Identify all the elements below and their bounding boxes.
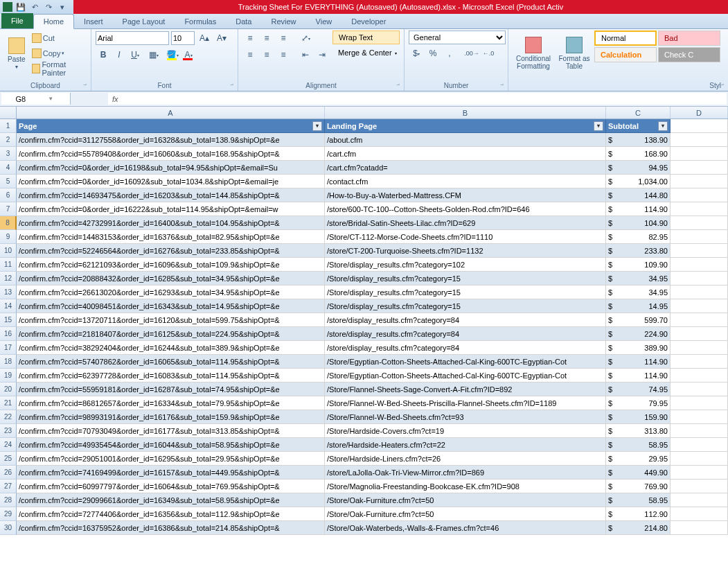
wrap-text-button[interactable]: Wrap Text	[332, 30, 400, 44]
row-header[interactable]: 13	[0, 286, 17, 299]
row-header[interactable]: 7	[0, 202, 17, 216]
cell[interactable]	[671, 202, 728, 216]
cell-landing[interactable]: /Store/Oak-Furniture.cfm?ct=50	[325, 493, 606, 507]
cell-page[interactable]: /confirm.cfm?ccid=20888432&order_id=1628…	[17, 272, 325, 286]
undo-icon[interactable]: ↶	[29, 1, 40, 12]
cell-subtotal[interactable]: $449.90	[606, 466, 671, 480]
spreadsheet-grid[interactable]: 1 Page▾ Landing Page▾ Subtotal▾ 2 /confi…	[0, 119, 728, 535]
cell-landing[interactable]: /contact.cfm	[325, 175, 606, 188]
cell[interactable]	[671, 119, 728, 133]
cell-page[interactable]: /confirm.cfm?ccid=72774406&order_id=1635…	[17, 507, 325, 521]
border-button[interactable]: ▦▾	[146, 48, 161, 62]
cell[interactable]	[671, 258, 728, 272]
cell-landing[interactable]: /Store/display_results.cfm?category=15	[325, 272, 606, 286]
cell-page[interactable]: /confirm.cfm?ccid=0&order_id=16092&sub_t…	[17, 175, 325, 188]
row-header[interactable]: 26	[0, 466, 17, 480]
cell[interactable]	[671, 327, 728, 341]
cell-landing[interactable]: /store/CT-200-Turquoise-Sheets.cfm?ID=11…	[325, 244, 606, 258]
cell-landing[interactable]: /Store/Oak-Waterbeds,-Walls-&-Frames.cfm…	[325, 521, 606, 535]
format-as-table-button[interactable]: Format as Table	[557, 30, 592, 76]
row-header[interactable]: 8	[0, 216, 17, 230]
cell-landing[interactable]: /store/display_results.cfm?category=84	[325, 341, 606, 355]
tab-formulas[interactable]: Formulas	[175, 15, 226, 28]
cell[interactable]	[671, 424, 728, 438]
cell-landing[interactable]: /Store/display_results.cfm?category=15	[325, 299, 606, 313]
accounting-format-button[interactable]: $▾	[409, 46, 424, 60]
cell-page[interactable]: /confirm.cfm?ccid=40098451&order_id=1634…	[17, 299, 325, 313]
tab-insert[interactable]: Insert	[74, 15, 113, 28]
cell-page[interactable]: /confirm.cfm?ccid=86812657&order_id=1633…	[17, 396, 325, 410]
style-check-cell[interactable]: Check C	[658, 47, 720, 62]
cell-subtotal[interactable]: $214.80	[606, 521, 671, 535]
cell-page[interactable]: /confirm.cfm?ccid=55959181&order_id=1628…	[17, 383, 325, 396]
filter-icon[interactable]: ▾	[594, 121, 603, 131]
cell-page[interactable]: /confirm.cfm?ccid=42732991&order_id=1640…	[17, 216, 325, 230]
cell-subtotal[interactable]: $138.90	[606, 133, 671, 147]
cell-page[interactable]: /confirm.cfm?ccid=52246564&order_id=1627…	[17, 244, 325, 258]
increase-font-button[interactable]: A▴	[197, 31, 212, 45]
row-header[interactable]: 19	[0, 369, 17, 383]
bold-button[interactable]: B	[96, 48, 111, 62]
cell-subtotal[interactable]: $233.80	[606, 244, 671, 258]
row-header[interactable]: 22	[0, 410, 17, 424]
cell[interactable]	[671, 410, 728, 424]
italic-button[interactable]: I	[112, 48, 127, 62]
col-header-a[interactable]: A	[17, 107, 325, 118]
cell[interactable]	[671, 452, 728, 466]
row-header[interactable]: 18	[0, 355, 17, 369]
conditional-formatting-button[interactable]: Conditional Formatting	[513, 30, 554, 76]
row-header[interactable]: 25	[0, 452, 17, 466]
font-color-button[interactable]: A▾	[181, 48, 196, 62]
row-header[interactable]: 30	[0, 521, 17, 535]
cell[interactable]	[671, 396, 728, 410]
save-icon[interactable]: 💾	[15, 1, 26, 12]
cell-page[interactable]: /confirm.cfm?ccid=21818407&order_id=1612…	[17, 327, 325, 341]
cell-page[interactable]: /confirm.cfm?ccid=29099661&order_id=1634…	[17, 493, 325, 507]
cell-page[interactable]: /confirm.cfm?ccid=16375952&order_id=1638…	[17, 521, 325, 535]
cell-landing[interactable]: /How-to-Buy-a-Waterbed-Mattress.CFM	[325, 188, 606, 202]
cell-page[interactable]: /confirm.cfm?ccid=70793049&order_id=1617…	[17, 424, 325, 438]
cell[interactable]	[671, 521, 728, 535]
cell-landing[interactable]: /store/LaJolla-Oak-Tri-View-Mirror.cfm?I…	[325, 466, 606, 480]
cell[interactable]	[671, 507, 728, 521]
cell-landing[interactable]: /Store/Hardside-Liners.cfm?ct=26	[325, 452, 606, 466]
increase-decimal-button[interactable]: .00→	[464, 46, 479, 60]
file-tab[interactable]: File	[1, 13, 33, 28]
formula-input[interactable]: fx	[108, 93, 727, 105]
cell[interactable]	[671, 175, 728, 188]
cell-subtotal[interactable]: $769.90	[606, 480, 671, 493]
cell-landing[interactable]: /store/display_results.cfm?category=84	[325, 327, 606, 341]
cell-landing[interactable]: /store/Bridal-Satin-Sheets-Lilac.cfm?ID=…	[325, 216, 606, 230]
cell-page[interactable]: /confirm.cfm?ccid=49935454&order_id=1604…	[17, 438, 325, 452]
tab-review[interactable]: Review	[261, 15, 305, 28]
fill-color-button[interactable]: 🪣▾	[165, 48, 180, 62]
col-header-c[interactable]: C	[606, 107, 671, 118]
paste-button[interactable]: Paste ▼	[4, 30, 29, 76]
header-page[interactable]: Page▾	[17, 119, 325, 133]
percent-button[interactable]: %	[425, 46, 441, 60]
font-size-input[interactable]	[171, 31, 195, 45]
cell-page[interactable]: /confirm.cfm?ccid=38292404&order_id=1624…	[17, 341, 325, 355]
style-calculation[interactable]: Calculation	[594, 47, 657, 62]
cell-landing[interactable]: /Store/Flannel-W-Bed-Sheets-Priscilla-Fl…	[325, 396, 606, 410]
cell[interactable]	[671, 480, 728, 493]
tab-data[interactable]: Data	[226, 15, 261, 28]
cell[interactable]	[671, 299, 728, 313]
row-header[interactable]: 6	[0, 188, 17, 202]
header-subtotal[interactable]: Subtotal▾	[606, 119, 671, 133]
qat-dropdown-icon[interactable]: ▾	[57, 1, 68, 12]
cell-landing[interactable]: /store/Hardside-Heaters.cfm?ct=22	[325, 438, 606, 452]
style-bad[interactable]: Bad	[658, 30, 720, 46]
cell[interactable]	[671, 216, 728, 230]
tab-developer[interactable]: Developer	[341, 15, 396, 28]
cut-button[interactable]: Cut	[32, 30, 87, 46]
cell-subtotal[interactable]: $114.90	[606, 202, 671, 216]
row-header[interactable]: 5	[0, 175, 17, 188]
cell-landing[interactable]: /cart.cfm?catadd=	[325, 161, 606, 175]
cell-landing[interactable]: /Store/Flannel-Sheets-Sage-Convert-A-Fit…	[325, 383, 606, 396]
cell-page[interactable]: /confirm.cfm?ccid=0&order_id=16198&sub_t…	[17, 161, 325, 175]
cell-page[interactable]: /confirm.cfm?ccid=74169499&order_id=1615…	[17, 466, 325, 480]
cell-subtotal[interactable]: $112.90	[606, 507, 671, 521]
cell-subtotal[interactable]: $224.90	[606, 327, 671, 341]
merge-center-button[interactable]: Merge & Center▾	[332, 46, 400, 60]
